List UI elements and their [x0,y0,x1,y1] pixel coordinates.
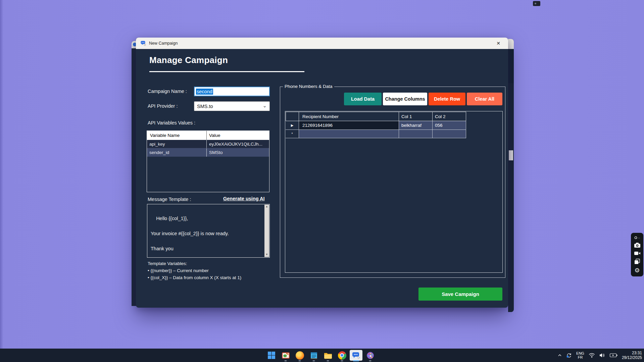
variables-header-name: Variable Name [147,131,207,140]
taskbar-item-chrome[interactable] [335,349,349,362]
api-variables-label: API Variables Values : [148,120,195,125]
start-button[interactable] [265,349,278,362]
folder-icon [324,351,332,360]
template-variable-hint: • {{number}} – Current number [148,268,209,273]
battery-icon[interactable] [610,353,617,357]
background-window-left-edge [132,41,136,306]
taskbar-item-paint[interactable] [363,349,377,362]
layers-icon[interactable] [634,259,640,264]
grid-corner-cell[interactable] [286,112,299,121]
camera-icon[interactable] [634,242,641,248]
language-secondary: FR [576,355,584,359]
system-tray: ENG FR 23:31 29/12/2025 [558,349,642,362]
change-columns-button[interactable]: Change Columns [383,93,427,105]
api-provider-value: SMS.to [197,104,213,109]
grid-cell-empty[interactable] [433,130,466,138]
grid-header-row: Recipient Number Col 1 Col 2 [286,112,466,121]
grid-header-col2[interactable]: Col 2 [433,112,466,121]
variable-value-cell[interactable]: eyJ0eXAiOiJKV1QiLCJh... [207,140,269,148]
chrome-icon [338,351,346,360]
gear-icon[interactable]: ⚙ [634,267,640,273]
taskbar-item-firefox[interactable] [293,349,306,362]
grid-cell-col2[interactable]: 056 [433,121,466,130]
campaign-name-input[interactable]: second [194,87,270,96]
close-icon[interactable]: ✕ [495,40,502,47]
grid-cell-empty[interactable] [399,130,433,138]
clock-date: 29/12/2025 [622,355,642,360]
heading-underline [149,71,304,72]
chevron-down-icon: ⌄ [262,103,267,109]
template-variables-title: Template Variables: [148,261,187,266]
clock-time: 23:31 [622,351,642,355]
message-template-text: Hello {{col_1}}, Your invoice #{{col_2}}… [151,216,229,251]
taskbar: ENG FR 23:31 29/12/2025 [0,349,644,362]
image-viewer-icon [282,351,290,360]
clear-all-button[interactable]: Clear All [467,93,502,105]
volume-icon[interactable] [599,353,605,358]
api-provider-label: API Provider : [148,103,178,109]
corner-widget [533,1,540,6]
sms-app-icon [352,351,360,360]
firefox-icon [296,351,304,360]
api-variables-table: Variable Name Value api_key eyJ0eXAiOiJK… [147,131,269,192]
taskbar-clock[interactable]: 23:31 29/12/2025 [622,351,642,360]
grid-data-row[interactable]: ▶ 212691641896 belkharraf 056 [286,121,466,130]
dialog-title: New Campaign [149,41,178,46]
campaign-name-label: Campaign Name : [148,89,187,94]
template-variable-hint: • {{col_X}} – Data from column X (X star… [148,275,241,280]
save-campaign-button[interactable]: Save Campaign [418,288,502,301]
delete-row-button[interactable]: Delete Row [429,93,465,105]
taskbar-item-sms-sender[interactable] [349,349,363,362]
current-row-icon: ▶ [291,123,294,127]
variable-name-cell[interactable]: api_key [147,140,207,148]
capture-logo-icon[interactable]: ... [634,236,640,239]
textarea-scrollbar[interactable]: ▲ ▼ [264,205,269,257]
grid-cell-recipient[interactable]: 212691641896 [299,121,399,130]
group-title: Phone Numbers & Data [283,84,334,89]
sync-icon[interactable] [566,353,572,358]
video-camera-icon[interactable] [634,251,641,256]
new-campaign-dialog: New Campaign ✕ Manage Campaign Campaign … [136,38,508,308]
tray-chevron-up-icon[interactable] [558,353,562,357]
grid-header-col1[interactable]: Col 1 [399,112,433,121]
load-data-button[interactable]: Load Data [344,93,382,105]
background-window-scrollbar-thumb[interactable] [509,150,513,160]
generate-ai-link[interactable]: Generate using AI [223,196,265,201]
taskbar-center-icons [265,349,377,362]
notepad-icon [310,351,318,360]
table-row[interactable]: api_key eyJ0eXAiOiJKV1QiLCJh... [147,140,269,148]
scroll-up-icon[interactable]: ▲ [264,205,269,209]
background-window-titlebar-right [508,39,514,49]
taskbar-item-notepad[interactable] [307,349,320,362]
wifi-icon[interactable] [589,353,595,358]
table-row[interactable]: sender_id SMSto [147,148,269,157]
variable-name-cell[interactable]: sender_id [147,148,207,157]
taskbar-item-image-viewer[interactable] [279,349,292,362]
message-template-label: Message Template : [148,197,191,202]
grid-cell-col1[interactable]: belkharraf [399,121,433,130]
variables-header-value: Value [207,131,269,140]
page-title: Manage Campaign [149,55,228,65]
menu-ellipsis: ... [638,237,640,239]
variable-value-cell[interactable]: SMSto [207,148,269,157]
message-template-textarea[interactable]: Hello {{col_1}}, Your invoice #{{col_2}}… [147,204,270,258]
grid-new-row[interactable]: * [286,130,466,138]
api-provider-select[interactable]: SMS.to ⌄ [194,101,270,111]
grid-header-recipient[interactable]: Recipient Number [299,112,399,121]
scroll-down-icon[interactable]: ▼ [264,253,269,257]
language-primary: ENG [576,351,584,355]
phone-numbers-group: Phone Numbers & Data Load Data Change Co… [280,87,505,278]
dialog-titlebar[interactable]: New Campaign ✕ [136,38,508,49]
new-row-icon: * [292,132,293,136]
paint-icon [366,351,375,360]
capture-toolbar: ... ⚙ [631,233,643,276]
grid-cell-empty[interactable] [299,130,399,138]
background-window-band [508,49,514,83]
data-grid: Recipient Number Col 1 Col 2 ▶ 212691641… [286,112,466,138]
language-indicator[interactable]: ENG FR [576,351,584,359]
campaign-name-selected-text: second [196,89,213,95]
windows-icon [267,351,276,359]
app-icon [141,41,146,46]
taskbar-item-file-explorer[interactable] [321,349,335,362]
variables-table-header: Variable Name Value [147,131,269,140]
